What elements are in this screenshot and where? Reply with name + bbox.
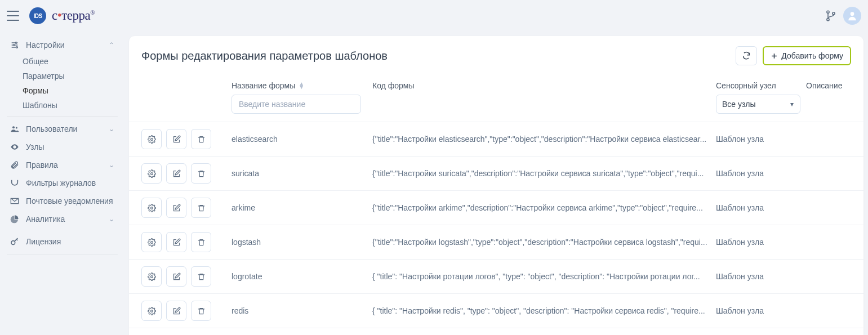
logo-text: с•терра® — [52, 8, 95, 23]
sidebar-label: Фильтры журналов — [26, 178, 96, 187]
sidebar-item-rules[interactable]: Правила ⌄ — [7, 156, 118, 174]
trash-icon — [197, 135, 206, 144]
row-delete-button[interactable] — [191, 301, 211, 321]
row-delete-button[interactable] — [191, 266, 211, 287]
edit-icon — [172, 238, 181, 247]
sidebar-sub-forms[interactable]: Формы — [7, 83, 118, 98]
row-settings-button[interactable] — [141, 163, 162, 184]
col-desc: Описание — [806, 81, 851, 90]
edit-icon — [172, 204, 181, 212]
sliders-icon — [10, 41, 20, 50]
row-delete-button[interactable] — [191, 129, 211, 149]
logo[interactable]: IDS с•терра® — [29, 7, 95, 24]
cell-code: {"title":"Настройки elasticsearch","type… — [372, 135, 716, 144]
row-settings-button[interactable] — [141, 301, 162, 321]
table-row: suricata{"title":"Настройки suricata","d… — [129, 157, 863, 191]
pagination: « ‹ 1 из 1 › » — [129, 328, 863, 335]
avatar[interactable] — [843, 7, 861, 25]
svg-point-5 — [13, 44, 15, 46]
row-delete-button[interactable] — [191, 232, 211, 252]
topbar: IDS с•терра® — [0, 0, 868, 32]
svg-point-4 — [15, 42, 17, 44]
cell-name: arkime — [232, 203, 372, 212]
col-name[interactable]: Название формы ▲▼ — [232, 81, 372, 90]
row-edit-button[interactable] — [166, 301, 186, 321]
sidebar-item-users[interactable]: Пользователи ⌄ — [7, 120, 118, 138]
sidebar-sub-templates[interactable]: Шаблоны — [7, 98, 118, 113]
cell-node: Шаблон узла — [716, 238, 806, 247]
refresh-button[interactable] — [736, 46, 757, 65]
chevron-up-icon: ⌃ — [109, 41, 114, 49]
add-form-label: Добавить форму — [781, 51, 843, 60]
sidebar-sub-params[interactable]: Параметры — [7, 69, 118, 83]
edit-icon — [172, 169, 181, 178]
sidebar-label: Аналитика — [26, 215, 65, 224]
sidebar-label: Узлы — [26, 142, 44, 151]
chevron-down-icon: ⌄ — [109, 125, 114, 133]
filter-node-select[interactable]: Все узлы — [716, 95, 800, 114]
svg-point-12 — [150, 207, 153, 209]
row-edit-button[interactable] — [166, 198, 186, 218]
cell-name: redis — [232, 306, 372, 315]
row-edit-button[interactable] — [166, 232, 186, 252]
filter-name-input[interactable] — [232, 95, 361, 114]
trash-icon — [197, 273, 206, 281]
eye-icon — [10, 142, 20, 151]
sidebar-item-settings[interactable]: Настройки ⌃ — [7, 36, 118, 54]
table-row: elasticsearch{"title":"Настройки elastic… — [129, 122, 863, 157]
gear-icon — [148, 135, 156, 144]
sidebar-label: Почтовые уведомления — [26, 196, 113, 206]
col-node: Сенсорный узел — [716, 81, 806, 90]
row-edit-button[interactable] — [166, 266, 186, 287]
gear-icon — [148, 238, 156, 247]
cell-node: Шаблон узла — [716, 272, 806, 281]
plus-icon — [771, 52, 778, 60]
paperclip-icon — [10, 160, 20, 169]
svg-point-2 — [833, 12, 835, 15]
row-settings-button[interactable] — [141, 266, 162, 287]
cell-name: elasticsearch — [232, 135, 372, 144]
gear-icon — [148, 169, 156, 178]
row-delete-button[interactable] — [191, 198, 211, 218]
sidebar-sub-general[interactable]: Общее — [7, 54, 118, 69]
sort-icon: ▲▼ — [299, 82, 304, 89]
edit-icon — [172, 273, 181, 281]
cell-code: { "title": "Настройки ротации логов", "t… — [372, 272, 716, 281]
row-settings-button[interactable] — [141, 198, 162, 218]
svg-point-10 — [150, 138, 153, 140]
sidebar-item-filters[interactable]: Фильтры журналов — [7, 174, 118, 192]
page-title: Формы редактирования параметров шаблонов — [141, 50, 388, 62]
sidebar-label: Пользователи — [26, 124, 77, 133]
row-edit-button[interactable] — [166, 163, 186, 184]
trash-icon — [197, 307, 206, 315]
sidebar: Настройки ⌃ Общее Параметры Формы Шаблон… — [0, 32, 124, 335]
table-row: logstash{"title":"Настройки logstash","t… — [129, 225, 863, 260]
sidebar-label: Лицензия — [26, 237, 61, 246]
trash-icon — [197, 238, 206, 247]
row-settings-button[interactable] — [141, 129, 162, 149]
chevron-down-icon: ⌄ — [109, 215, 114, 223]
edit-icon — [172, 307, 181, 315]
sidebar-item-license[interactable]: Лицензия — [7, 233, 118, 251]
svg-point-1 — [827, 19, 829, 21]
svg-point-13 — [150, 241, 153, 243]
sidebar-item-mail[interactable]: Почтовые уведомления — [7, 192, 118, 210]
row-delete-button[interactable] — [191, 163, 211, 184]
row-edit-button[interactable] — [166, 129, 186, 149]
gear-icon — [148, 204, 156, 212]
sidebar-label: Правила — [26, 160, 58, 169]
cell-code: {"title":"Настройки arkime","description… — [372, 203, 716, 212]
menu-toggle-icon[interactable] — [7, 11, 19, 21]
sidebar-item-analytics[interactable]: Аналитика ⌄ — [7, 210, 118, 228]
git-branch-icon[interactable] — [825, 10, 836, 21]
table-row: redis{ "title": "Настройки redis", "type… — [129, 294, 863, 328]
add-form-button[interactable]: Добавить форму — [763, 46, 851, 65]
cell-code: {"title":"Настройки logstash","type":"ob… — [372, 238, 716, 247]
sidebar-item-nodes[interactable]: Узлы — [7, 138, 118, 156]
col-code: Код формы — [372, 81, 716, 90]
cell-code: { "title": "Настройки redis", "type": "o… — [372, 306, 716, 315]
cell-node: Шаблон узла — [716, 135, 806, 144]
row-settings-button[interactable] — [141, 232, 162, 252]
svg-point-15 — [150, 310, 153, 312]
edit-icon — [172, 135, 181, 144]
